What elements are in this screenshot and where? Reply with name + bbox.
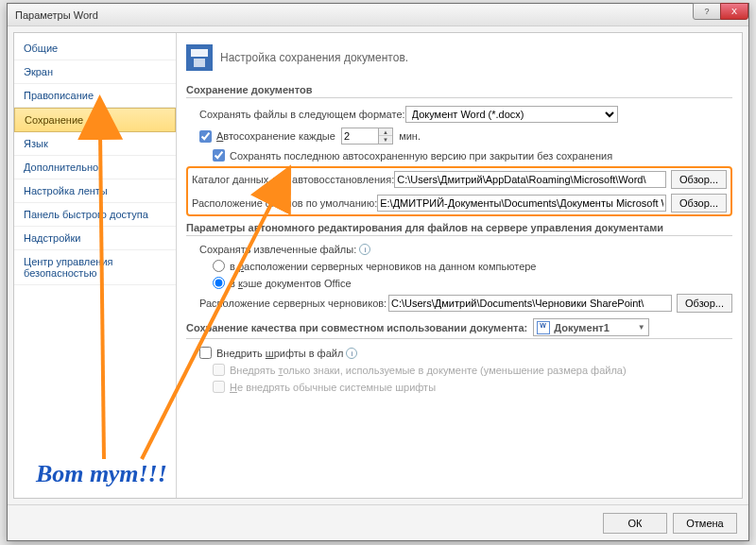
- sidebar-item-save[interactable]: Сохранение: [14, 108, 176, 132]
- main-pane: Настройка сохранения документов. Сохране…: [177, 33, 742, 498]
- sidebar-item-addins[interactable]: Надстройки: [14, 227, 176, 250]
- page-title: Настройка сохранения документов.: [220, 51, 408, 64]
- server-drafts-loc-input[interactable]: [388, 295, 672, 312]
- sidebar-item-proofing[interactable]: Правописание: [14, 84, 176, 108]
- document-select[interactable]: Документ1 ▼: [533, 318, 649, 336]
- save-format-select[interactable]: Документ Word (*.docx): [405, 106, 618, 123]
- options-dialog: Параметры Word ? X Общие Экран Правописа…: [7, 3, 749, 541]
- no-system-fonts-checkbox: [213, 381, 225, 393]
- spin-down-icon[interactable]: ▼: [379, 136, 392, 144]
- label-embed-fonts: Внедрить шрифты в файл: [216, 348, 343, 359]
- window-title: Параметры Word: [15, 9, 98, 21]
- sidebar-item-language[interactable]: Язык: [14, 132, 176, 156]
- chevron-down-icon: ▼: [638, 323, 645, 332]
- label-keep-last-autosave: Сохранять последнюю автосохраненную верс…: [230, 150, 612, 162]
- label-server-drafts-loc: Расположение серверных черновиков:: [199, 298, 388, 309]
- titlebar: Параметры Word ? X: [8, 4, 748, 26]
- label-save-format: Сохранять файлы в следующем формате:: [199, 109, 405, 120]
- embed-only-used-checkbox: [213, 364, 225, 376]
- label-save-extracted: Сохранять извлеченные файлы:: [199, 244, 356, 255]
- recovery-dir-input[interactable]: [394, 171, 666, 188]
- sidebar-item-advanced[interactable]: Дополнительно: [14, 156, 176, 179]
- section-save-documents: Сохранение документов: [186, 84, 732, 98]
- autosave-minutes-input[interactable]: [341, 128, 379, 145]
- sidebar-item-general[interactable]: Общие: [14, 37, 176, 60]
- autosave-checkbox[interactable]: [199, 130, 212, 143]
- help-button[interactable]: ?: [693, 3, 721, 20]
- save-icon: [186, 44, 213, 71]
- sidebar-item-ribbon[interactable]: Настройка ленты: [14, 179, 176, 203]
- default-location-browse-button[interactable]: Обзор...: [671, 194, 727, 213]
- sidebar: Общие Экран Правописание Сохранение Язык…: [14, 33, 177, 498]
- server-drafts-browse-button[interactable]: Обзор...: [677, 294, 732, 313]
- label-no-system-fonts: Не внедрять обычные системные шрифты: [230, 382, 436, 393]
- ok-button[interactable]: ОК: [603, 513, 667, 534]
- document-select-label: Документ1: [554, 322, 610, 333]
- sidebar-item-display[interactable]: Экран: [14, 60, 176, 84]
- label-radio-server-drafts: в расположении серверных черновиков на д…: [230, 261, 537, 272]
- label-autosave-pre: Автосохранение каждые: [216, 130, 335, 142]
- sidebar-item-quickaccess[interactable]: Панель быстрого доступа: [14, 203, 176, 227]
- keep-last-autosave-checkbox[interactable]: [213, 149, 225, 162]
- label-embed-only-used: Внедрять только знаки, используемые в до…: [230, 365, 627, 376]
- label-autosave-post: мин.: [399, 130, 421, 142]
- label-radio-office-cache: в кэше документов Office: [230, 278, 352, 289]
- word-doc-icon: [537, 321, 550, 334]
- spin-up-icon[interactable]: ▲: [379, 128, 392, 136]
- recovery-dir-browse-button[interactable]: Обзор...: [671, 170, 727, 189]
- info-icon[interactable]: i: [359, 244, 370, 255]
- section-offline-editing: Параметры автономного редактирования для…: [186, 222, 732, 236]
- info-icon[interactable]: i: [346, 348, 357, 359]
- section-quality: Сохранение качества при совместном испол…: [186, 318, 732, 339]
- default-location-input[interactable]: [377, 195, 666, 212]
- close-button[interactable]: X: [720, 3, 748, 20]
- sidebar-item-trust[interactable]: Центр управления безопасностью: [14, 250, 176, 285]
- embed-fonts-checkbox[interactable]: [199, 347, 212, 359]
- label-recovery-dir: Каталог данных для автовосстановления:: [192, 174, 394, 185]
- cancel-button[interactable]: Отмена: [673, 513, 737, 534]
- radio-server-drafts[interactable]: [213, 260, 225, 272]
- radio-office-cache[interactable]: [213, 277, 225, 289]
- label-default-location: Расположение файлов по умолчанию:: [192, 197, 377, 209]
